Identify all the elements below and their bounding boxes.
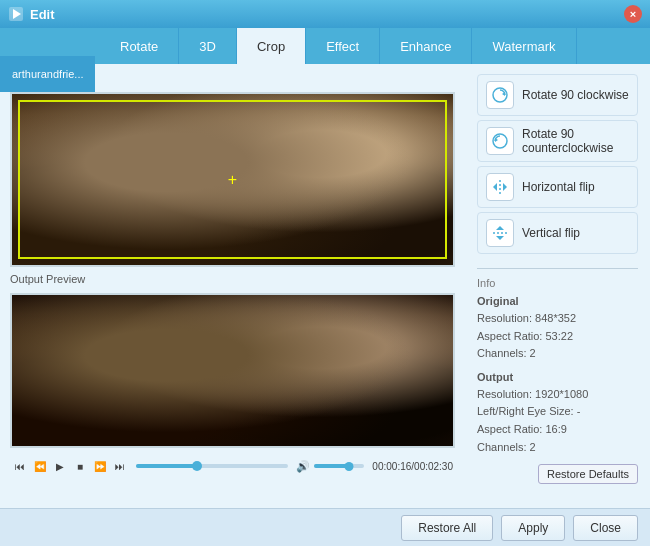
volume-icon[interactable]: 🔊 bbox=[296, 460, 310, 473]
progress-bar[interactable] bbox=[136, 464, 288, 468]
svg-marker-3 bbox=[502, 92, 505, 96]
playback-bar: ⏮ ⏪ ▶ ■ ⏩ ⏭ 🔊 00:00:16/00:02:30 bbox=[10, 454, 455, 478]
rotate-ccw-label: Rotate 90 counterclockwise bbox=[522, 127, 629, 155]
output-aspect-ratio: Aspect Ratio: 16:9 bbox=[477, 421, 638, 439]
apply-button[interactable]: Apply bbox=[501, 515, 565, 541]
title-bar: Edit × bbox=[0, 0, 650, 28]
flip-h-icon bbox=[486, 173, 514, 201]
restore-defaults-button[interactable]: Restore Defaults bbox=[538, 464, 638, 484]
play-button[interactable]: ▶ bbox=[52, 458, 68, 474]
svg-marker-5 bbox=[495, 138, 498, 142]
skip-end-button[interactable]: ⏭ bbox=[112, 458, 128, 474]
tab-list: Rotate 3D Crop Effect Enhance Watermark bbox=[0, 28, 650, 64]
bottom-bar: Restore All Apply Close bbox=[0, 508, 650, 546]
rotate-ccw-icon bbox=[486, 127, 514, 155]
tab-effect[interactable]: Effect bbox=[306, 28, 380, 64]
progress-fill bbox=[136, 464, 197, 468]
info-title: Info bbox=[477, 277, 638, 289]
output-preview bbox=[10, 293, 455, 448]
info-section: Info Original Resolution: 848*352 Aspect… bbox=[477, 268, 638, 456]
output-left-right: Left/Right Eye Size: - bbox=[477, 403, 638, 421]
output-channels: Channels: 2 bbox=[477, 439, 638, 457]
app-icon bbox=[8, 6, 24, 22]
output-video-frame bbox=[12, 295, 453, 446]
output-info-title: Output bbox=[477, 371, 638, 383]
flip-h-label: Horizontal flip bbox=[522, 180, 595, 194]
left-panel: Original Preview + Output Preview ⏮ ⏪ ▶ … bbox=[0, 64, 465, 508]
window-title: Edit bbox=[30, 7, 55, 22]
progress-thumb[interactable] bbox=[192, 461, 202, 471]
right-panel: Rotate 90 clockwise Rotate 90 counterclo… bbox=[465, 64, 650, 508]
main-content: Original Preview + Output Preview ⏮ ⏪ ▶ … bbox=[0, 64, 650, 508]
close-button[interactable]: Close bbox=[573, 515, 638, 541]
step-forward-button[interactable]: ⏩ bbox=[92, 458, 108, 474]
volume-bar[interactable] bbox=[314, 464, 364, 468]
original-resolution: Resolution: 848*352 bbox=[477, 310, 638, 328]
svg-marker-8 bbox=[503, 183, 507, 191]
output-preview-label: Output Preview bbox=[10, 273, 455, 285]
flip-v-label: Vertical flip bbox=[522, 226, 580, 240]
output-resolution: Resolution: 1920*1080 bbox=[477, 386, 638, 404]
rotate-cw-button[interactable]: Rotate 90 clockwise bbox=[477, 74, 638, 116]
volume-thumb[interactable] bbox=[345, 462, 354, 471]
restore-all-button[interactable]: Restore All bbox=[401, 515, 493, 541]
tab-bar: arthurandfriе... Rotate 3D Crop Effect E… bbox=[0, 28, 650, 64]
tab-watermark[interactable]: Watermark bbox=[472, 28, 576, 64]
svg-marker-10 bbox=[496, 226, 504, 230]
rotate-cw-icon bbox=[486, 81, 514, 109]
original-info-title: Original bbox=[477, 295, 638, 307]
tab-enhance[interactable]: Enhance bbox=[380, 28, 472, 64]
original-aspect-ratio: Aspect Ratio: 53:22 bbox=[477, 328, 638, 346]
tab-3d[interactable]: 3D bbox=[179, 28, 237, 64]
tab-crop[interactable]: Crop bbox=[237, 28, 306, 64]
flip-h-button[interactable]: Horizontal flip bbox=[477, 166, 638, 208]
rotate-ccw-button[interactable]: Rotate 90 counterclockwise bbox=[477, 120, 638, 162]
svg-marker-11 bbox=[496, 236, 504, 240]
time-display: 00:00:16/00:02:30 bbox=[372, 461, 453, 472]
flip-v-button[interactable]: Vertical flip bbox=[477, 212, 638, 254]
step-back-button[interactable]: ⏪ bbox=[32, 458, 48, 474]
rotate-cw-label: Rotate 90 clockwise bbox=[522, 88, 629, 102]
svg-marker-7 bbox=[493, 183, 497, 191]
file-tab[interactable]: arthurandfriе... bbox=[0, 56, 95, 92]
flip-v-icon bbox=[486, 219, 514, 247]
close-window-button[interactable]: × bbox=[624, 5, 642, 23]
original-channels: Channels: 2 bbox=[477, 345, 638, 363]
tab-rotate[interactable]: Rotate bbox=[100, 28, 179, 64]
stop-button[interactable]: ■ bbox=[72, 458, 88, 474]
skip-start-button[interactable]: ⏮ bbox=[12, 458, 28, 474]
original-video-frame bbox=[12, 94, 453, 265]
original-preview: + bbox=[10, 92, 455, 267]
